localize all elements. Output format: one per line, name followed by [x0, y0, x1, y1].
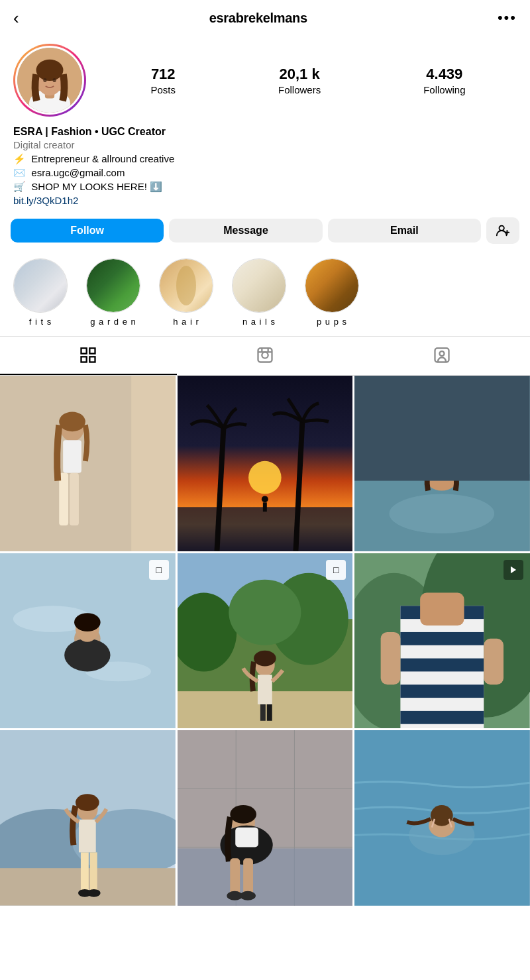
followers-count: 20,1 k [279, 66, 319, 83]
svg-rect-43 [354, 376, 530, 481]
svg-rect-13 [90, 356, 95, 362]
svg-point-98 [230, 805, 256, 824]
svg-point-15 [262, 352, 268, 358]
grid-item-6[interactable] [354, 553, 530, 729]
svg-point-28 [59, 412, 85, 432]
stat-posts[interactable]: 712 Posts [150, 66, 176, 95]
stat-following[interactable]: 4.439 Following [423, 66, 465, 95]
svg-rect-60 [260, 704, 266, 721]
email-button[interactable]: Email [328, 219, 481, 243]
svg-rect-83 [81, 853, 89, 892]
following-count: 4.439 [426, 66, 462, 83]
svg-rect-10 [81, 349, 87, 354]
follow-button[interactable]: Follow [11, 219, 164, 243]
svg-rect-70 [401, 684, 484, 698]
highlight-hair[interactable]: h a i r [156, 258, 216, 327]
svg-rect-97 [235, 828, 258, 847]
profile-top: 712 Posts 20,1 k Followers 4.439 Followi… [0, 36, 530, 123]
svg-point-5 [43, 78, 46, 82]
highlight-pups-label: p u p s [317, 317, 347, 327]
highlight-pups[interactable]: p u p s [302, 258, 362, 327]
username-title: esrabrekelmans [209, 11, 307, 26]
photo-grid: □ [0, 376, 530, 906]
stat-followers[interactable]: 20,1 k Followers [278, 66, 321, 95]
svg-rect-73 [484, 639, 504, 684]
action-buttons: Follow Message Email [0, 215, 530, 253]
svg-point-35 [262, 496, 268, 502]
svg-point-62 [254, 650, 276, 666]
following-label: Following [423, 84, 465, 95]
highlight-fits[interactable]: f i t s [11, 258, 70, 327]
highlight-garden-label: g a r d e n [90, 317, 136, 327]
svg-rect-59 [258, 675, 272, 704]
highlight-hair-label: h a i r [173, 317, 199, 327]
highlight-fits-label: f i t s [29, 317, 52, 327]
svg-point-87 [76, 794, 99, 811]
bio-line-1: ⚡ Entrepreneur & allround creative [13, 153, 517, 165]
grid-item-3[interactable] [354, 376, 530, 551]
svg-rect-26 [59, 473, 68, 525]
svg-point-86 [87, 889, 101, 897]
svg-rect-72 [381, 632, 401, 684]
svg-rect-74 [420, 592, 464, 626]
header: ‹ esrabrekelmans ••• [0, 0, 530, 36]
bio-line-2: ✉️ esra.ugc@gmail.com [13, 167, 517, 179]
tab-tagged[interactable] [353, 337, 530, 375]
grid-item-9[interactable] [354, 730, 530, 906]
grid-badge-reel-6 [504, 560, 523, 580]
avatar-ring[interactable] [13, 44, 86, 117]
svg-marker-75 [511, 566, 516, 573]
followers-label: Followers [278, 84, 321, 95]
svg-rect-71 [401, 711, 484, 724]
profile-category: Digital creator [13, 139, 517, 150]
svg-rect-36 [263, 502, 267, 512]
bio-section: ESRA | Fashion • UGC Creator Digital cre… [0, 123, 530, 215]
posts-count: 712 [151, 66, 176, 83]
more-button[interactable]: ••• [498, 9, 517, 27]
grid-badge-4: □ [149, 560, 169, 580]
svg-point-102 [240, 891, 256, 900]
highlight-nails-label: n a i l s [242, 317, 276, 327]
grid-item-2[interactable] [178, 376, 353, 551]
svg-rect-32 [178, 507, 353, 551]
bio-link[interactable]: bit.ly/3QkD1h2 [13, 195, 78, 206]
highlight-nails[interactable]: n a i l s [229, 258, 289, 327]
posts-label: Posts [150, 84, 176, 95]
svg-rect-100 [243, 859, 253, 895]
svg-point-4 [36, 60, 64, 81]
svg-point-56 [229, 579, 301, 645]
svg-point-20 [439, 351, 444, 356]
back-button[interactable]: ‹ [13, 9, 19, 27]
grid-item-8[interactable] [178, 730, 353, 906]
svg-rect-68 [401, 632, 484, 645]
svg-rect-14 [258, 349, 272, 362]
avatar [15, 46, 84, 115]
svg-rect-82 [79, 820, 96, 853]
svg-rect-12 [81, 356, 87, 362]
tab-bar [0, 336, 530, 376]
highlight-garden[interactable]: g a r d e n [83, 258, 143, 327]
profile-name: ESRA | Fashion • UGC Creator [13, 126, 517, 138]
svg-point-51 [74, 613, 101, 631]
svg-rect-84 [90, 853, 97, 892]
grid-item-1[interactable] [0, 376, 176, 551]
svg-point-7 [499, 226, 504, 231]
grid-item-5[interactable]: □ [178, 553, 353, 729]
highlights-section: f i t s g a r d e n h a i r n a i l s p … [0, 253, 530, 336]
grid-item-7[interactable] [0, 730, 176, 906]
grid-item-4[interactable]: □ [0, 553, 176, 729]
svg-point-6 [52, 78, 56, 82]
svg-point-49 [64, 639, 110, 672]
svg-rect-99 [230, 859, 240, 895]
svg-rect-61 [266, 704, 272, 721]
tab-reels[interactable] [177, 337, 354, 375]
svg-point-31 [248, 461, 282, 494]
svg-rect-69 [401, 658, 484, 671]
svg-rect-27 [70, 473, 79, 525]
svg-rect-11 [90, 349, 95, 354]
svg-point-39 [390, 494, 495, 533]
message-button[interactable]: Message [169, 219, 322, 243]
tab-grid[interactable] [0, 337, 177, 375]
add-person-button[interactable] [486, 217, 519, 244]
bio-line-3: 🛒 SHOP MY LOOKS HERE! ⬇️ [13, 181, 517, 193]
